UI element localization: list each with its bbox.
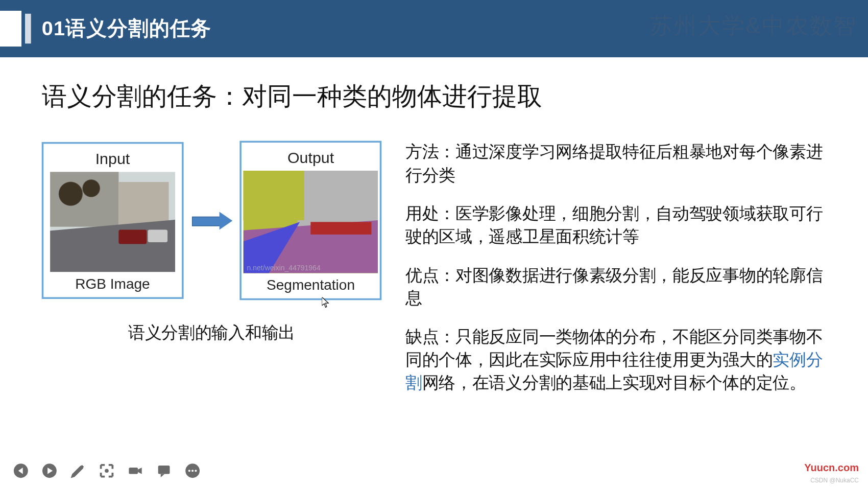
output-box: Output n.net/weixin_44791964 Segmentatio… [240,141,381,300]
section-title: 语义分割的任务 [65,17,211,39]
figure-caption: 语义分割的输入和输出 [42,321,382,344]
input-label-top: Input [95,150,130,168]
illustration-column: Input RGB Image Output n.net/weixi [42,137,382,410]
back-icon[interactable] [13,463,29,478]
more-icon[interactable] [185,463,200,478]
section-number: 01 [42,17,66,39]
slide-header: 01语义分割的任务 苏州大学&中农数智 [0,0,868,57]
page-title: 语义分割的任务：对同一种类的物体进行提取 [42,80,827,113]
paragraph-usage: 用处：医学影像处理，细胞分割，自动驾驶领域获取可行驶的区域，遥感卫星面积统计等 [405,202,826,248]
header-accent-bars [0,0,42,57]
csdn-watermark: CSDN @NukaCC [810,477,859,484]
output-label-bottom: Segmentation [267,277,355,294]
cons-text-a: 缺点：只能反应同一类物体的分布，不能区分同类事物不同的个体，因此在实际应用中往往… [405,328,823,369]
play-icon[interactable] [42,463,57,478]
svg-rect-5 [129,468,138,474]
input-label-bottom: RGB Image [75,275,150,292]
svg-marker-6 [138,468,142,474]
paragraph-cons: 缺点：只能反应同一类物体的分布，不能区分同类事物不同的个体，因此在实际应用中往往… [405,326,826,395]
accent-bar-large [0,11,21,47]
player-toolbar [13,463,201,478]
institution-watermark: 苏州大学&中农数智 [650,11,857,41]
section-header: 01语义分割的任务 [42,15,212,42]
svg-point-4 [105,469,109,473]
segmentation-thumbnail: n.net/weixin_44791964 [244,171,378,273]
cons-text-b: 网络，在语义分割的基础上实现对目标个体的定位。 [422,374,806,392]
rgb-image-thumbnail [50,172,175,272]
chat-icon[interactable] [156,463,172,478]
output-label-top: Output [287,149,334,167]
paragraph-method: 方法：通过深度学习网络提取特征后粗暴地对每个像素进行分类 [405,141,826,187]
svg-marker-8 [161,474,165,477]
paragraph-pros: 优点：对图像数据进行像素级分割，能反应事物的轮廓信息 [405,264,826,310]
camera-icon[interactable] [128,463,143,478]
accent-bar-thin [25,14,31,43]
text-column: 方法：通过深度学习网络提取特征后粗暴地对每个像素进行分类 用处：医学影像处理，细… [405,137,826,410]
input-box: Input RGB Image [42,142,183,299]
focus-icon[interactable] [99,463,114,478]
svg-rect-7 [158,466,170,474]
svg-point-12 [195,470,197,472]
inner-watermark: n.net/weixin_44791964 [247,264,321,272]
svg-point-11 [191,470,194,472]
svg-point-10 [188,470,190,472]
pencil-icon[interactable] [70,463,86,478]
slide-content: 语义分割的任务：对同一种类的物体进行提取 Input RGB Image [0,57,868,410]
mouse-cursor-icon [322,297,329,308]
arrow-icon [192,212,232,229]
yuucn-watermark: Yuucn.com [804,462,859,474]
